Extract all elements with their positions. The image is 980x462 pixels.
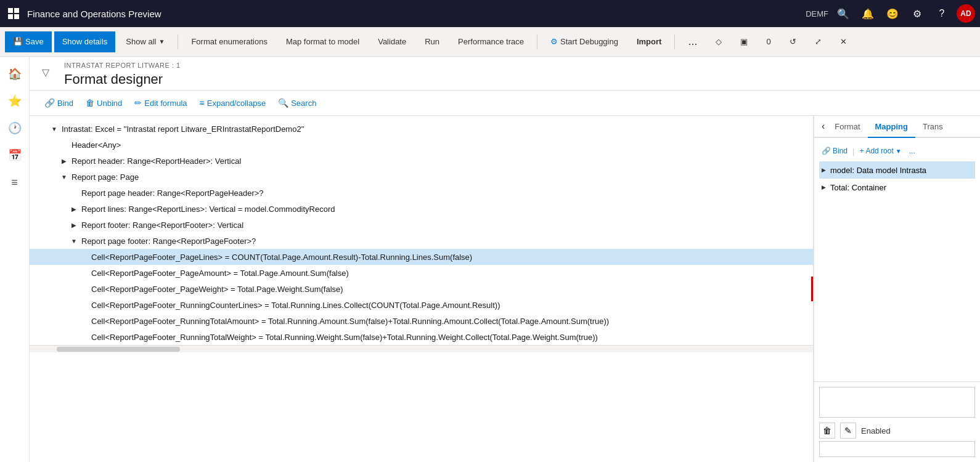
tree-expand-icon[interactable] <box>79 332 89 342</box>
app-grid-icon[interactable] <box>5 5 22 22</box>
expand-icon-btn[interactable]: ⤢ <box>807 31 830 52</box>
rp-enabled-label: Enabled <box>861 426 891 436</box>
tab-format[interactable]: Format <box>827 116 867 138</box>
content-area: ▽ INTRASTAT REPORT LITWARE : 1 Format de… <box>30 57 980 462</box>
start-debugging-button[interactable]: ⚙ Start Debugging <box>542 31 626 52</box>
tree-expand-icon[interactable] <box>69 220 79 230</box>
tree-node-text: Cell<ReportPageFooter_PageLines> = COUNT… <box>91 253 813 262</box>
tree-node[interactable]: Header<Any> <box>30 137 813 153</box>
split-view: Intrastat: Excel = "Intrastat report Lit… <box>30 116 980 462</box>
map-format-to-model-button[interactable]: Map format to model <box>278 31 367 52</box>
rp-add-root-button[interactable]: + Add root ▼ <box>857 145 904 156</box>
tree-expand-icon[interactable] <box>69 188 79 198</box>
bell-icon[interactable]: 🔔 <box>858 4 878 23</box>
tab-bar: ‹ Format Mapping Trans <box>814 116 980 138</box>
tree-node[interactable]: Cell<ReportPageFooter_PageWeight> = Tota… <box>30 281 813 297</box>
tree-expand-icon[interactable] <box>59 172 69 182</box>
refresh-icon-btn[interactable]: ↺ <box>782 31 804 52</box>
nav-list-icon[interactable]: ≡ <box>2 170 27 195</box>
split-icon-btn[interactable]: ▣ <box>732 31 756 52</box>
rp-bind-button[interactable]: 🔗 Bind <box>819 145 850 156</box>
tree-node[interactable]: Intrastat: Excel = "Intrastat report Lit… <box>30 121 813 137</box>
unbind-icon: 🗑 <box>86 98 94 108</box>
performance-trace-button[interactable]: Performance trace <box>450 31 532 52</box>
tree-node-text: Cell<ReportPageFooter_PageWeight> = Tota… <box>91 285 813 294</box>
validate-button[interactable]: Validate <box>370 31 414 52</box>
tree-expand-icon[interactable] <box>79 252 89 262</box>
scrollbar-indicator <box>811 277 813 301</box>
smiley-icon[interactable]: 😊 <box>883 4 902 23</box>
rp-tree-item[interactable]: Total: Container <box>819 179 975 196</box>
rp-enabled-input[interactable] <box>819 441 975 457</box>
avatar[interactable]: AD <box>957 4 975 23</box>
search-icon: 🔍 <box>278 98 288 108</box>
rp-bottom: 🗑 ✎ Enabled <box>814 381 980 462</box>
tree-expand-icon[interactable] <box>69 204 79 214</box>
tree-node[interactable]: Report footer: Range<ReportFooter>: Vert… <box>30 217 813 233</box>
diamond-icon-btn[interactable]: ◇ <box>708 31 730 52</box>
help-icon[interactable]: ? <box>932 4 952 23</box>
tree-expand-icon[interactable] <box>79 284 89 294</box>
expand-collapse-button[interactable]: ≡ Expand/collapse <box>195 94 271 111</box>
search-button[interactable]: 🔍 Search <box>273 94 321 111</box>
tree-node[interactable]: Report header: Range<ReportHeader>: Vert… <box>30 153 813 169</box>
tree-node-text: Report header: Range<ReportHeader>: Vert… <box>71 156 813 166</box>
save-button[interactable]: 💾 Save <box>5 31 52 52</box>
filter-icon[interactable]: ▽ <box>39 62 64 83</box>
nav-history-icon[interactable]: 🕐 <box>2 116 27 140</box>
tree-node[interactable]: Cell<ReportPageFooter_PageLines> = COUNT… <box>30 249 813 265</box>
debug-icon: ⚙ <box>550 37 558 46</box>
rp-tree-item[interactable]: model: Data model Intrasta <box>819 161 975 179</box>
tree-node[interactable]: Cell<ReportPageFooter_RunningTotalWeight… <box>30 329 813 345</box>
tree-expand-icon[interactable] <box>79 268 89 278</box>
run-button[interactable]: Run <box>417 31 447 52</box>
format-enumerations-button[interactable]: Format enumerations <box>183 31 276 52</box>
nav-star-icon[interactable]: ⭐ <box>2 89 27 113</box>
scrollbar-thumb[interactable] <box>57 347 180 352</box>
nav-calendar-icon[interactable]: 📅 <box>2 143 27 168</box>
tree-expand-icon[interactable] <box>79 300 89 310</box>
tab-mapping[interactable]: Mapping <box>868 116 915 138</box>
tree-node[interactable]: Cell<ReportPageFooter_PageAmount> = Tota… <box>30 265 813 281</box>
rp-expand-icon[interactable] <box>822 184 830 190</box>
bottom-scrollbar[interactable] <box>30 345 813 352</box>
tree-node[interactable]: Report lines: Range<ReportLines>: Vertic… <box>30 201 813 217</box>
tree-node-text: Cell<ReportPageFooter_PageAmount> = Tota… <box>91 269 813 278</box>
bind-button[interactable]: 🔗 Bind <box>39 94 78 111</box>
rp-expand-icon[interactable] <box>822 167 830 173</box>
search-icon[interactable]: 🔍 <box>833 4 853 23</box>
rp-more-button[interactable]: ... <box>907 145 918 156</box>
tree-node[interactable]: Cell<ReportPageFooter_RunningCounterLine… <box>30 297 813 313</box>
rp-item-text: Total: Container <box>830 183 886 192</box>
separator2 <box>537 34 537 49</box>
tree-node[interactable]: Cell<ReportPageFooter_RunningTotalAmount… <box>30 313 813 329</box>
tree-node-text: Report page footer: Range<ReportPageFoot… <box>81 237 813 246</box>
badge-icon-btn[interactable]: 0 <box>758 31 778 52</box>
svg-rect-2 <box>8 14 13 19</box>
svg-rect-0 <box>8 8 13 13</box>
tree-expand-icon[interactable] <box>69 236 79 246</box>
show-all-button[interactable]: Show all ▼ <box>118 31 173 52</box>
unbind-button[interactable]: 🗑 Unbind <box>81 94 127 111</box>
import-button[interactable]: Import <box>629 31 669 52</box>
edit-formula-button[interactable]: ✏ Edit formula <box>129 94 192 111</box>
tree-node[interactable]: Report page header: Range<ReportPageHead… <box>30 185 813 201</box>
rp-formula-box[interactable] <box>819 387 975 418</box>
page-header: ▽ INTRASTAT REPORT LITWARE : 1 Format de… <box>30 57 980 91</box>
tree-expand-icon[interactable] <box>79 316 89 326</box>
more-button[interactable]: ... <box>680 31 705 52</box>
rp-edit-button[interactable]: ✎ <box>840 423 856 439</box>
tab-back-arrow[interactable]: ‹ <box>819 121 827 132</box>
settings-icon[interactable]: ⚙ <box>907 4 927 23</box>
tree-node-text: Cell<ReportPageFooter_RunningTotalWeight… <box>91 333 813 342</box>
rp-delete-button[interactable]: 🗑 <box>819 423 835 439</box>
tree-expand-icon[interactable] <box>59 156 69 166</box>
tab-trans[interactable]: Trans <box>915 116 950 138</box>
tree-expand-icon[interactable] <box>49 124 59 134</box>
close-icon-btn[interactable]: ✕ <box>832 31 855 52</box>
show-details-button[interactable]: Show details <box>54 31 116 52</box>
tree-expand-icon[interactable] <box>59 140 69 150</box>
tree-node[interactable]: Report page footer: Range<ReportPageFoot… <box>30 233 813 249</box>
nav-home-icon[interactable]: 🏠 <box>2 62 27 86</box>
tree-node[interactable]: Report page: Page <box>30 169 813 185</box>
